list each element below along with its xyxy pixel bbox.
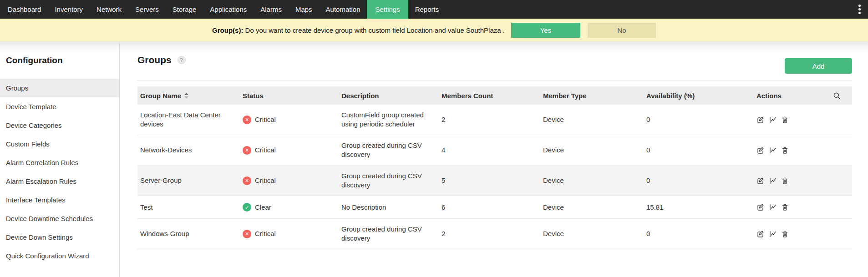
- sidebar-item-device-template[interactable]: Device Template: [0, 97, 119, 116]
- notification-bar: Group(s): Do you want to create device g…: [0, 19, 868, 41]
- edit-icon[interactable]: [756, 146, 764, 154]
- nav-item-storage[interactable]: Storage: [166, 0, 203, 19]
- column-header-group-name[interactable]: Group Name: [137, 86, 240, 105]
- table-row[interactable]: Windows-Group ✕ Critical Group created d…: [137, 219, 852, 249]
- cell-availability: 0: [644, 135, 739, 165]
- cell-description: Group created during CSV discovery: [339, 219, 439, 249]
- cell-members-count: 2: [439, 219, 540, 249]
- edit-icon[interactable]: [756, 177, 764, 185]
- nav-item-reports[interactable]: Reports: [408, 0, 446, 19]
- performance-chart-icon[interactable]: [769, 230, 777, 238]
- content-area: Configuration GroupsDevice TemplateDevic…: [0, 41, 868, 277]
- sidebar-title: Configuration: [6, 55, 119, 65]
- cell-members-count: 6: [439, 196, 540, 218]
- sidebar-item-interface-templates[interactable]: Interface Templates: [0, 191, 119, 209]
- sidebar-item-quick-configuration-wizard[interactable]: Quick Configuration Wizard: [0, 247, 119, 265]
- table-row[interactable]: Server-Group ✕ Critical Group created du…: [137, 166, 852, 196]
- nav-item-inventory[interactable]: Inventory: [48, 0, 90, 19]
- edit-icon[interactable]: [756, 203, 764, 211]
- overflow-menu-icon[interactable]: [858, 0, 861, 19]
- main-panel: Groups ? Add Group Name Status: [120, 41, 868, 277]
- column-header-status: Status: [240, 86, 339, 105]
- cell-status: ✕ Critical: [240, 166, 339, 196]
- cell-status: ✕ Critical: [240, 135, 339, 165]
- add-button[interactable]: Add: [785, 58, 852, 74]
- critical-status-icon: ✕: [243, 176, 251, 185]
- performance-chart-icon[interactable]: [769, 116, 777, 124]
- column-header-member-type: Member Type: [540, 86, 644, 105]
- cell-members-count: 4: [439, 135, 540, 165]
- table-row[interactable]: Test ✓ Clear No Description 6 Device 15.…: [137, 196, 852, 219]
- sidebar-item-device-categories[interactable]: Device Categories: [0, 116, 119, 135]
- cell-member-type: Device: [540, 196, 644, 218]
- search-icon[interactable]: [833, 92, 841, 100]
- notification-prefix: Group(s):: [212, 26, 243, 34]
- top-nav-items: DashboardInventoryNetworkServersStorageA…: [1, 0, 446, 19]
- nav-item-servers[interactable]: Servers: [128, 0, 166, 19]
- cell-actions: [739, 219, 852, 249]
- cell-status: ✕ Critical: [240, 219, 339, 249]
- nav-item-network[interactable]: Network: [90, 0, 128, 19]
- table-body: Location-East Data Center devices ✕ Crit…: [137, 105, 852, 249]
- toolbar: Groups ? Add: [137, 41, 852, 81]
- cell-status: ✓ Clear: [240, 196, 339, 218]
- help-icon[interactable]: ?: [178, 56, 186, 64]
- nav-item-automation[interactable]: Automation: [319, 0, 367, 19]
- table-row[interactable]: Network-Devices ✕ Critical Group created…: [137, 135, 852, 166]
- performance-chart-icon[interactable]: [769, 203, 777, 211]
- sidebar-item-alarm-escalation-rules[interactable]: Alarm Escalation Rules: [0, 172, 119, 191]
- sidebar-item-alarm-correlation-rules[interactable]: Alarm Correlation Rules: [0, 153, 119, 172]
- edit-icon[interactable]: [756, 230, 764, 238]
- critical-status-icon: ✕: [243, 230, 251, 238]
- delete-icon[interactable]: [781, 203, 789, 211]
- table-header-row: Group Name Status Description Members Co…: [137, 86, 852, 105]
- app-window: DashboardInventoryNetworkServersStorageA…: [0, 0, 868, 277]
- cell-actions: [739, 196, 852, 218]
- nav-item-settings[interactable]: Settings: [367, 0, 408, 19]
- groups-table: Group Name Status Description Members Co…: [137, 86, 852, 249]
- column-header-description: Description: [339, 86, 439, 105]
- sidebar-menu: GroupsDevice TemplateDevice CategoriesCu…: [0, 79, 119, 265]
- cell-members-count: 2: [439, 105, 540, 135]
- cell-members-count: 5: [439, 166, 540, 196]
- sidebar-item-device-down-settings[interactable]: Device Down Settings: [0, 228, 119, 247]
- cell-group-name: Location-East Data Center devices: [137, 105, 240, 135]
- performance-chart-icon[interactable]: [769, 146, 777, 154]
- clear-status-icon: ✓: [243, 203, 251, 212]
- edit-icon[interactable]: [756, 116, 764, 124]
- delete-icon[interactable]: [781, 146, 789, 154]
- delete-icon[interactable]: [781, 230, 789, 238]
- delete-icon[interactable]: [781, 177, 789, 185]
- cell-group-name: Network-Devices: [137, 135, 240, 165]
- cell-actions: [739, 166, 852, 196]
- column-header-members-count: Members Count: [439, 86, 540, 105]
- cell-description: CustomField group created using periodic…: [339, 105, 439, 135]
- cell-availability: 0: [644, 219, 739, 249]
- critical-status-icon: ✕: [243, 146, 251, 155]
- nav-item-alarms[interactable]: Alarms: [254, 0, 289, 19]
- no-button[interactable]: No: [588, 23, 656, 38]
- notification-body: Do you want to create device group with …: [245, 26, 505, 34]
- sidebar-item-custom-fields[interactable]: Custom Fields: [0, 135, 119, 153]
- cell-member-type: Device: [540, 105, 644, 135]
- cell-member-type: Device: [540, 135, 644, 165]
- performance-chart-icon[interactable]: [769, 177, 777, 185]
- sidebar-item-device-downtime-schedules[interactable]: Device Downtime Schedules: [0, 209, 119, 228]
- delete-icon[interactable]: [781, 116, 789, 124]
- cell-actions: [739, 135, 852, 165]
- sort-icon[interactable]: [184, 93, 188, 99]
- critical-status-icon: ✕: [243, 116, 251, 124]
- cell-description: No Description: [339, 196, 439, 218]
- table-row[interactable]: Location-East Data Center devices ✕ Crit…: [137, 105, 852, 135]
- column-header-availability: Availability (%): [644, 86, 739, 105]
- nav-item-dashboard[interactable]: Dashboard: [1, 0, 48, 19]
- nav-item-maps[interactable]: Maps: [289, 0, 319, 19]
- cell-group-name: Server-Group: [137, 166, 240, 196]
- top-nav: DashboardInventoryNetworkServersStorageA…: [0, 0, 868, 19]
- sidebar: Configuration GroupsDevice TemplateDevic…: [0, 41, 120, 277]
- yes-button[interactable]: Yes: [511, 23, 580, 38]
- cell-group-name: Test: [137, 196, 240, 218]
- sidebar-item-groups[interactable]: Groups: [0, 79, 119, 97]
- nav-item-applications[interactable]: Applications: [203, 0, 254, 19]
- page-title-wrap: Groups ?: [137, 52, 186, 68]
